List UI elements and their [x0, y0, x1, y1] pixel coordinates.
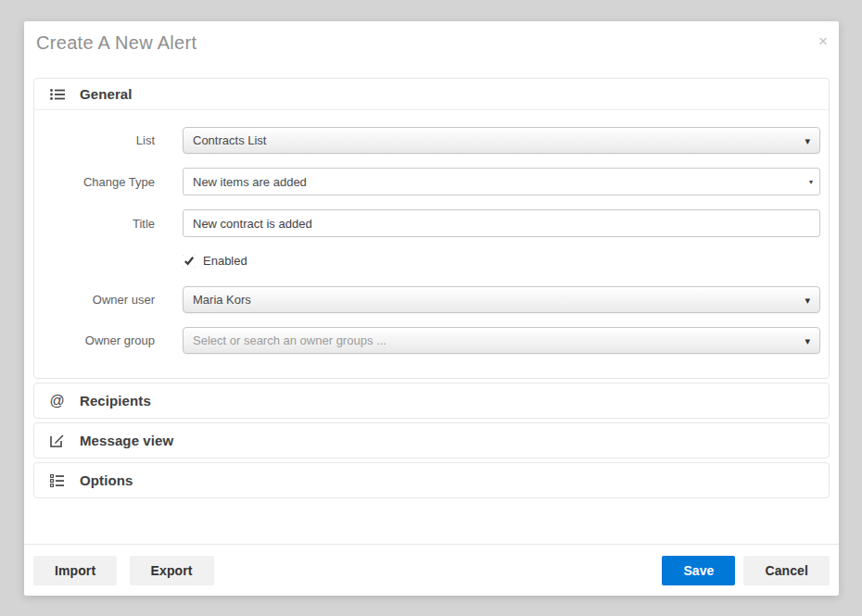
change-type-select[interactable]: New items are added ▾: [183, 168, 820, 195]
modal-body: General List Contracts List ▾ Change Typ…: [24, 75, 839, 498]
section-message-view: Message view: [33, 422, 830, 459]
list-bullets-icon: [49, 88, 65, 101]
cancel-button[interactable]: Cancel: [743, 556, 830, 585]
at-sign-icon: @: [49, 393, 65, 409]
section-message-view-label: Message view: [80, 433, 173, 448]
section-recipients-header[interactable]: @ Recipients: [34, 383, 829, 418]
section-options-header[interactable]: Options: [34, 463, 829, 497]
owner-user-field-row: Owner user Maria Kors ▾: [34, 286, 820, 313]
save-button[interactable]: Save: [662, 556, 735, 585]
section-recipients: @ Recipients: [33, 383, 830, 419]
section-recipients-label: Recipients: [80, 393, 151, 409]
list-dropdown-value: Contracts List: [193, 133, 266, 147]
section-general: General List Contracts List ▾ Change Typ…: [33, 78, 830, 379]
general-form: List Contracts List ▾ Change Type New it…: [34, 110, 829, 378]
section-options-label: Options: [80, 472, 133, 488]
enabled-field-row: Enabled: [34, 254, 820, 268]
list-dropdown[interactable]: Contracts List ▾: [183, 127, 820, 154]
modal-title: Create A New Alert: [36, 32, 826, 54]
owner-user-dropdown-value: Maria Kors: [193, 293, 251, 307]
title-field-row: Title: [34, 209, 820, 237]
owner-group-field-label: Owner group: [34, 333, 183, 347]
section-general-label: General: [80, 86, 133, 102]
change-type-field-row: Change Type New items are added ▾: [34, 168, 820, 195]
modal-footer: Import Export Save Cancel: [24, 544, 839, 596]
chevron-down-icon: ▾: [805, 134, 810, 146]
list-field-label: List: [34, 133, 183, 147]
owner-group-field-row: Owner group Select or search an owner gr…: [34, 327, 820, 354]
footer-right-actions: Save Cancel: [662, 556, 830, 585]
owner-group-dropdown[interactable]: Select or search an owner groups ... ▾: [183, 327, 820, 354]
import-button[interactable]: Import: [33, 556, 117, 585]
enabled-checkbox[interactable]: [183, 255, 196, 268]
export-button[interactable]: Export: [130, 556, 214, 585]
change-type-field-label: Change Type: [34, 175, 183, 189]
chevron-down-icon: ▾: [805, 334, 810, 346]
enabled-checkbox-group[interactable]: Enabled: [183, 254, 820, 268]
section-message-view-header[interactable]: Message view: [34, 423, 829, 458]
chevron-down-icon: ▾: [805, 294, 810, 306]
tasks-list-icon: [49, 474, 65, 487]
owner-user-field-label: Owner user: [34, 293, 183, 307]
list-field-row: List Contracts List ▾: [34, 127, 820, 154]
create-alert-modal: Create A New Alert × General: [24, 21, 839, 596]
enabled-checkbox-label: Enabled: [203, 254, 247, 268]
select-arrow-icon: ▾: [809, 178, 813, 186]
change-type-select-value: New items are added: [193, 175, 307, 189]
modal-header: Create A New Alert ×: [24, 21, 839, 75]
section-general-header[interactable]: General: [34, 79, 829, 110]
edit-square-icon: [49, 434, 65, 447]
title-input[interactable]: [183, 209, 820, 237]
section-options: Options: [33, 462, 830, 498]
footer-left-actions: Import Export: [33, 556, 214, 585]
close-icon[interactable]: ×: [818, 33, 828, 49]
title-field-label: Title: [34, 217, 183, 231]
owner-group-dropdown-placeholder: Select or search an owner groups ...: [193, 333, 387, 347]
owner-user-dropdown[interactable]: Maria Kors ▾: [183, 286, 820, 313]
